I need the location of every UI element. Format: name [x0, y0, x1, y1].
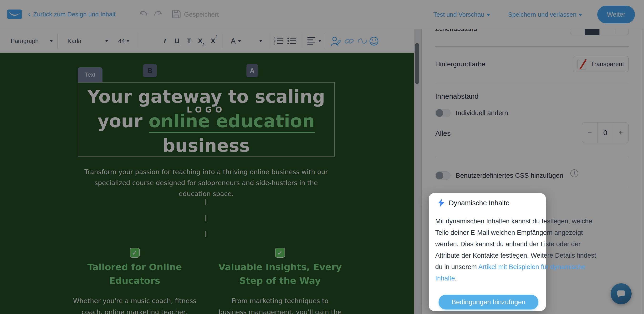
popup-body-text: Mit dynamischen Inhalten kannst du festl… [435, 215, 621, 284]
article-link[interactable]: Artikel mit Beispielen für dynamische [478, 263, 585, 271]
lightning-icon [438, 199, 444, 207]
popup-body-line: du in unserem Artikel mit Beispielen für… [435, 261, 621, 273]
dynamic-content-popup: Dynamische Inhalte Mit dynamischen Inhal… [429, 193, 546, 311]
popup-body-line: Teile deiner E-Mail welchen Empfängern a… [435, 227, 621, 238]
popup-body-line: Mit dynamischen Inhalten kannst du festl… [435, 215, 621, 227]
popup-body-line: Inhalte. [435, 273, 621, 284]
popup-body-line: Attribute der Kontakte festlegen. Weiter… [435, 250, 621, 261]
popup-title: Dynamische Inhalte [449, 199, 510, 207]
popup-body-line: werden. Dies kannst du anhand der Liste … [435, 238, 621, 250]
email-editor-app: ‹Zurück zum Design und Inhalt Gespeicher… [0, 0, 644, 314]
add-conditions-button[interactable]: Bedingungen hinzufügen [438, 295, 538, 310]
popup-title-row: Dynamische Inhalte [438, 199, 510, 207]
article-link[interactable]: Inhalte [435, 275, 455, 282]
